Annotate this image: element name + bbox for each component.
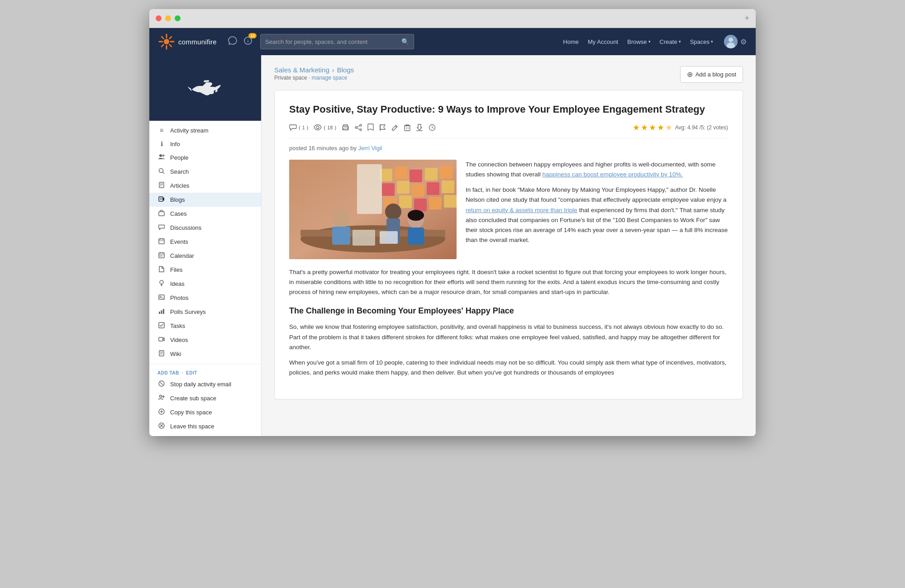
sidebar-item-events[interactable]: Events: [149, 235, 261, 249]
svg-rect-97: [429, 197, 442, 209]
settings-icon[interactable]: ⚙: [740, 38, 747, 46]
search-icon: 🔍: [401, 38, 409, 45]
manage-space-link[interactable]: manage space: [312, 75, 348, 81]
svg-rect-105: [332, 227, 350, 245]
star-4[interactable]: ★: [657, 123, 664, 133]
breadcrumb-parent[interactable]: Sales & Marketing: [274, 66, 329, 74]
sidebar-item-cases[interactable]: Cases: [149, 207, 261, 221]
roi-link[interactable]: return on equity & assets more than trip…: [466, 207, 577, 213]
traffic-light-yellow[interactable]: [165, 15, 171, 21]
content-area: Sales & Marketing › Blogs Private space …: [262, 55, 756, 436]
sidebar-item-articles[interactable]: Articles: [149, 179, 261, 193]
star-rating[interactable]: ★ ★ ★ ★ ★: [633, 123, 672, 133]
sidebar-item-discussions[interactable]: Discussions: [149, 221, 261, 235]
avatar[interactable]: [724, 35, 738, 48]
chat-icon-button[interactable]: [228, 36, 238, 48]
logo[interactable]: communifire: [158, 33, 217, 50]
sidebar-item-videos[interactable]: Videos: [149, 333, 261, 347]
breadcrumb-current[interactable]: Blogs: [337, 66, 354, 74]
svg-line-71: [357, 128, 360, 129]
sidebar-item-copy-space[interactable]: Copy this space: [149, 405, 261, 419]
edit-link[interactable]: EDIT: [186, 370, 197, 375]
history-button[interactable]: [429, 124, 436, 131]
add-tab-link[interactable]: ADD TAB: [157, 370, 179, 375]
bookmark-button[interactable]: [367, 123, 374, 131]
svg-rect-90: [397, 181, 410, 194]
svg-rect-43: [159, 312, 160, 314]
discussions-icon: [157, 224, 166, 232]
svg-rect-26: [159, 212, 164, 216]
sidebar-item-calendar[interactable]: Calendar: [149, 249, 261, 263]
star-2[interactable]: ★: [641, 123, 648, 133]
sidebar-item-people[interactable]: People: [149, 151, 261, 165]
edit-button[interactable]: [391, 124, 399, 131]
svg-rect-107: [408, 228, 424, 245]
print-button[interactable]: [342, 124, 349, 131]
notification-icon-button[interactable]: i 10: [243, 36, 253, 48]
add-blog-post-button[interactable]: ⊕ Add a blog post: [680, 66, 743, 83]
sidebar-item-blogs[interactable]: Blogs: [149, 193, 261, 207]
svg-rect-89: [382, 183, 395, 196]
svg-point-0: [164, 39, 169, 44]
productivity-link[interactable]: happiness can boost employee productivit…: [543, 171, 683, 178]
sidebar-item-leave-space[interactable]: Leave this space: [149, 419, 261, 433]
ideas-icon: [157, 280, 166, 288]
share-button[interactable]: [355, 124, 362, 131]
events-icon: [157, 238, 166, 246]
sidebar-item-info[interactable]: ℹ Info: [149, 137, 261, 151]
star-3[interactable]: ★: [649, 123, 656, 133]
svg-line-5: [169, 37, 171, 39]
nav-spaces[interactable]: Spaces ▾: [686, 36, 717, 48]
nav-home[interactable]: Home: [559, 36, 582, 48]
sidebar-item-stop-email[interactable]: Stop daily activity email: [149, 377, 261, 391]
user-avatar-area[interactable]: ⚙: [724, 35, 747, 48]
nav-icon-group: i 10: [228, 36, 253, 48]
new-tab-button[interactable]: +: [744, 14, 749, 23]
sidebar-item-files[interactable]: Files: [149, 263, 261, 277]
svg-point-54: [160, 395, 162, 398]
global-search-bar[interactable]: 🔍: [260, 34, 414, 49]
notification-badge: 10: [248, 33, 257, 38]
svg-rect-14: [204, 80, 209, 82]
spaces-caret: ▾: [711, 39, 713, 44]
blogs-icon: [157, 196, 166, 204]
global-search-input[interactable]: [265, 38, 401, 45]
sidebar-item-activity-stream[interactable]: ≡ Activity stream: [149, 123, 261, 137]
post-full-text: That's a pretty powerful motivator for t…: [289, 267, 728, 298]
traffic-light-red[interactable]: [156, 15, 162, 21]
svg-point-15: [159, 154, 162, 157]
sidebar-item-wiki[interactable]: Wiki: [149, 347, 261, 361]
rating-text: Avg: 4.94 /5: (2 votes): [675, 124, 728, 131]
comment-button[interactable]: (1): [289, 124, 308, 131]
sidebar-item-ideas[interactable]: Ideas: [149, 277, 261, 291]
download-button[interactable]: [416, 124, 423, 131]
star-5[interactable]: ★: [665, 123, 672, 133]
handshake-icon: [187, 72, 224, 104]
svg-rect-74: [405, 126, 410, 131]
post-paragraph-5: When you've got a small firm of 10 peopl…: [289, 358, 728, 378]
nav-create[interactable]: Create ▾: [656, 36, 685, 48]
svg-rect-44: [161, 310, 162, 314]
rating-area: ★ ★ ★ ★ ★ Avg: 4.94 /5: (2 votes): [633, 123, 728, 133]
delete-button[interactable]: [404, 124, 410, 131]
nav-my-account[interactable]: My Account: [584, 36, 622, 48]
sidebar-hero: [149, 55, 261, 121]
sidebar-item-tasks[interactable]: Tasks: [149, 319, 261, 333]
flag-button[interactable]: [379, 124, 386, 131]
post-author-link[interactable]: Jerri Vigil: [358, 145, 382, 152]
star-1[interactable]: ★: [633, 123, 640, 133]
sidebar-item-polls[interactable]: Polls Surveys: [149, 305, 261, 319]
svg-rect-27: [159, 239, 164, 244]
sidebar-item-search[interactable]: Search: [149, 165, 261, 179]
svg-rect-93: [442, 180, 454, 193]
svg-rect-96: [414, 199, 427, 211]
nav-links: Home My Account Browse ▾ Create ▾ Spaces…: [559, 36, 717, 48]
svg-line-18: [162, 172, 164, 174]
sidebar-item-create-sub-space[interactable]: Create sub space: [149, 391, 261, 405]
svg-point-37: [160, 280, 163, 284]
svg-rect-31: [159, 253, 164, 258]
sidebar-item-photos[interactable]: Photos: [149, 291, 261, 305]
traffic-light-green[interactable]: [175, 15, 181, 21]
nav-browse[interactable]: Browse ▾: [624, 36, 654, 48]
svg-rect-86: [410, 170, 422, 182]
